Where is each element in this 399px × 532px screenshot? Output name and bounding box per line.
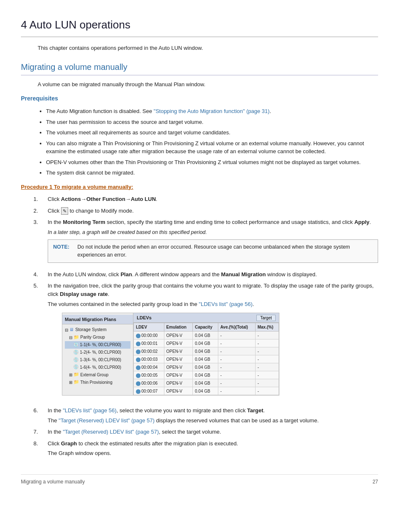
table-row[interactable]: 00:00:00 OPEN-V 0.04 GB - - — [134, 332, 279, 339]
tree-item-1-1[interactable]: 💿 1-1(4- %, 00:CLPR00) — [65, 341, 130, 349]
col-ldev: LDEV — [134, 323, 164, 332]
target-reserved-link[interactable]: "Target (Reserved) LDEV list" (page 57) — [59, 417, 155, 424]
cell-capacity: 0.04 GB — [193, 332, 218, 339]
cell-ldev: 00:00:03 — [134, 355, 164, 363]
table-row[interactable]: 00:00:01 OPEN-V 0.04 GB - - — [134, 339, 279, 347]
external-folder-icon: 📁 — [74, 371, 79, 378]
col-capacity: Capacity — [193, 323, 218, 332]
cell-max: - — [255, 347, 279, 355]
parity-folder-icon: 📁 — [74, 334, 79, 341]
cell-max: - — [255, 371, 279, 379]
list-item: The volumes meet all requirements as sou… — [46, 129, 378, 137]
tree-item-parity: ⊟ 📁 Parity Group — [65, 334, 130, 341]
note-box: NOTE: Do not include the period when an … — [48, 239, 378, 263]
ldev-icon — [136, 389, 141, 394]
ldev-icon — [136, 357, 141, 362]
storage-system-icon: 🖥 — [69, 326, 74, 334]
cell-max: - — [255, 379, 279, 387]
steps-list: 1. Click Actions→Other Function→Auto LUN… — [33, 195, 378, 401]
footer-right: 27 — [373, 478, 378, 486]
cell-ave: - — [218, 355, 255, 363]
ldevs-list-link-2[interactable]: "LDEVs list" (page 56) — [63, 407, 116, 414]
right-panel: LDEVs Target LDEV Emulation Capacity Ave… — [133, 313, 279, 396]
col-ave: Ave.(%)(Total) — [218, 323, 255, 332]
ldev-icon — [136, 350, 141, 354]
cell-emulation: OPEN-V — [164, 387, 192, 395]
tree-item-storage: ⊟ 🖥 Storage System — [65, 326, 130, 334]
right-panel-header: LDEVs Target — [133, 313, 279, 323]
cell-emulation: OPEN-V — [164, 347, 192, 355]
target-reserved-link-2[interactable]: "Target (Reserved) LDEV list" (page 57) — [63, 429, 159, 435]
cell-max: - — [255, 332, 279, 339]
ldev-icon — [136, 342, 141, 346]
cell-emulation: OPEN-V — [164, 379, 192, 387]
cell-capacity: 0.04 GB — [193, 363, 218, 371]
cell-emulation: OPEN-V — [164, 371, 192, 379]
cell-ave: - — [218, 387, 255, 395]
note-label: NOTE: — [53, 243, 74, 259]
disk-icon: 💿 — [73, 356, 79, 364]
stopping-auto-migration-link[interactable]: "Stopping the Auto Migration function" (… — [153, 108, 269, 114]
cell-capacity: 0.04 GB — [193, 371, 218, 379]
page-footer: Migrating a volume manually 27 — [21, 474, 378, 486]
table-row[interactable]: 00:00:05 OPEN-V 0.04 GB - - — [134, 371, 279, 379]
table-row[interactable]: 00:00:02 OPEN-V 0.04 GB - - — [134, 347, 279, 355]
cell-ave: - — [218, 347, 255, 355]
list-item: The Auto Migration function is disabled.… — [46, 107, 378, 116]
disk-icon: 💿 — [73, 341, 79, 349]
table-row[interactable]: 00:00:06 OPEN-V 0.04 GB - - — [134, 379, 279, 387]
thin-folder-icon: 📁 — [74, 378, 79, 386]
tree-item-thin[interactable]: ⊞ 📁 Thin Provisioning — [65, 378, 130, 386]
cell-ldev: 00:00:01 — [134, 339, 164, 347]
target-button[interactable]: Target — [256, 315, 276, 321]
ldev-icon — [136, 334, 141, 338]
tree-panel: ⊟ 🖥 Storage System ⊟ 📁 Parity Group 💿 1-… — [62, 324, 133, 388]
tree-item-1-6[interactable]: 💿 1-6(4- %, 00:CLPR00) — [65, 363, 130, 371]
step-1: 1. Click Actions→Other Function→Auto LUN… — [33, 195, 378, 203]
cell-ldev: 00:00:02 — [134, 347, 164, 355]
cell-ave: - — [218, 379, 255, 387]
left-panel-header: Manual Migration Plans — [62, 315, 133, 325]
table-row[interactable]: 00:00:07 OPEN-V 0.04 GB - - — [134, 387, 279, 395]
cell-capacity: 0.04 GB — [193, 355, 218, 363]
list-item: OPEN-V volumes other than the Thin Provi… — [46, 158, 378, 167]
cell-ldev: 00:00:05 — [134, 371, 164, 379]
cell-capacity: 0.04 GB — [193, 347, 218, 355]
list-item: You can also migrate a Thin Provisioning… — [46, 139, 378, 156]
ldevs-table: LDEV Emulation Capacity Ave.(%)(Total) M… — [133, 323, 279, 395]
cell-emulation: OPEN-V — [164, 332, 192, 339]
tree-item-1-2[interactable]: 💿 1-2(4- %, 00:CLPR00) — [65, 349, 130, 356]
left-panel: Manual Migration Plans ⊟ 🖥 Storage Syste… — [62, 313, 133, 396]
cell-ldev: 00:00:07 — [134, 387, 164, 395]
footer-left: Migrating a volume manually — [21, 478, 85, 486]
step-8: 8. Click Graph to check the estimated re… — [33, 439, 378, 457]
table-row[interactable]: 00:00:04 OPEN-V 0.04 GB - - — [134, 363, 279, 371]
cell-ave: - — [218, 339, 255, 347]
step-6: 6. In the "LDEVs list" (page 56), select… — [33, 406, 378, 424]
cell-ldev: 00:00:00 — [134, 332, 164, 339]
cell-capacity: 0.04 GB — [193, 387, 218, 395]
step-4: 4. In the Auto LUN window, click Plan. A… — [33, 270, 378, 279]
cell-max: - — [255, 363, 279, 371]
disk-icon: 💿 — [73, 363, 79, 371]
cell-ldev: 00:00:06 — [134, 379, 164, 387]
tree-item-external[interactable]: ⊞ 📁 External Group — [65, 371, 130, 378]
cell-emulation: OPEN-V — [164, 363, 192, 371]
chapter-title: 4 Auto LUN operations — [21, 17, 378, 37]
chapter-intro: This chapter contains operations perform… — [38, 44, 378, 52]
screenshot: Manual Migration Plans ⊟ 🖥 Storage Syste… — [62, 313, 279, 396]
table-row[interactable]: 00:00:03 OPEN-V 0.04 GB - - — [134, 355, 279, 363]
cell-ave: - — [218, 332, 255, 339]
cell-ldev: 00:00:04 — [134, 363, 164, 371]
cell-max: - — [255, 355, 279, 363]
ldevs-list-link[interactable]: "LDEVs list" (page 56) — [199, 301, 252, 307]
step-5: 5. In the navigation tree, click the par… — [33, 282, 378, 401]
disk-icon: 💿 — [73, 349, 79, 356]
ldev-icon — [136, 381, 141, 386]
cell-max: - — [255, 387, 279, 395]
ldev-icon — [136, 373, 141, 378]
tree-item-1-3[interactable]: 💿 1-3(4- %, 00:CLPR00) — [65, 356, 130, 364]
step-3: 3. In the Monitoring Term section, speci… — [33, 218, 378, 267]
cell-emulation: OPEN-V — [164, 339, 192, 347]
cell-max: - — [255, 339, 279, 347]
